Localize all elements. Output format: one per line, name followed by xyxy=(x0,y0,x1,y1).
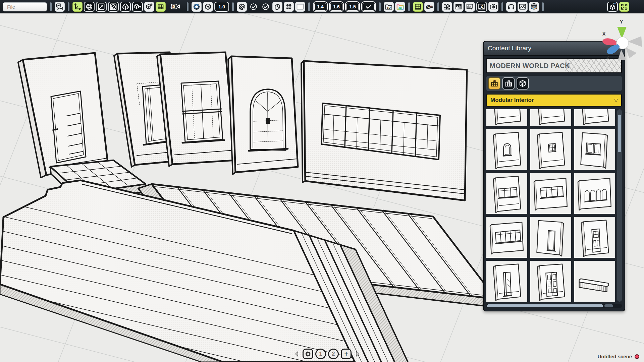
toolbar-separator xyxy=(308,2,310,11)
gizmo-z-axis[interactable] xyxy=(607,44,620,54)
web-button[interactable]: www xyxy=(529,2,539,12)
library-tab-props[interactable] xyxy=(517,77,529,89)
render-export-button[interactable] xyxy=(55,2,65,12)
wall-thumbnail xyxy=(574,109,615,126)
grid-window-wall[interactable] xyxy=(157,52,235,166)
graph-cursor-button[interactable] xyxy=(465,2,475,12)
library-item-arch-window[interactable] xyxy=(486,129,527,170)
param-14-button[interactable]: 1.4 xyxy=(313,1,328,12)
globe-toggle[interactable] xyxy=(84,2,95,12)
panel-door-thumbnail xyxy=(574,217,615,258)
solid-check-toggle[interactable] xyxy=(260,2,271,12)
library-tab-buildings[interactable] xyxy=(502,77,515,89)
fit-view-toggle[interactable] xyxy=(619,2,629,12)
panel-title: Content Library xyxy=(488,45,531,52)
sphere-hatch-icon xyxy=(238,3,246,11)
railing-thumbnail xyxy=(574,261,615,302)
page-1-button[interactable]: 1 xyxy=(315,349,326,359)
dither-button[interactable] xyxy=(442,2,452,12)
param-16-button[interactable]: 1.6 xyxy=(329,1,344,12)
library-item-small-window[interactable] xyxy=(530,129,571,170)
wide-window-wall[interactable] xyxy=(301,61,467,200)
library-item-door-frame[interactable] xyxy=(530,217,571,258)
rotate-cube-toggle[interactable] xyxy=(120,2,131,12)
pivot-cube-button[interactable] xyxy=(144,2,154,12)
gizmo-neg-z-axis[interactable] xyxy=(626,48,637,58)
histogram-icon xyxy=(454,3,463,11)
gizmo-neg-y-axis[interactable] xyxy=(618,50,626,60)
camera-fov-button[interactable]: 40 xyxy=(167,2,184,12)
gizmo-y-label: Y xyxy=(620,19,623,24)
library-item-triple-window[interactable] xyxy=(486,173,527,214)
material-sphere-button[interactable] xyxy=(237,2,247,12)
library-item-wide-window[interactable] xyxy=(530,173,571,214)
scale-arrow-icon xyxy=(97,3,105,11)
globe-icon xyxy=(85,3,93,11)
gizmo-x-axis[interactable] xyxy=(602,38,617,45)
headphones-icon xyxy=(507,3,515,11)
library-item-wall[interactable] xyxy=(574,109,615,126)
library-tabs: 3D xyxy=(486,76,622,91)
scale-value-button[interactable]: 1.0 xyxy=(214,2,229,12)
move-cube-toggle[interactable] xyxy=(132,2,143,12)
next-page-button[interactable] xyxy=(354,349,360,359)
content-shelf-toggle[interactable] xyxy=(413,2,423,12)
color-swatch-button[interactable] xyxy=(295,2,305,12)
category-dropdown[interactable]: Modular Interior ▽ xyxy=(486,94,622,107)
dither-icon xyxy=(443,3,451,11)
library-item-door[interactable] xyxy=(486,261,527,302)
horizontal-scrollbar-thumb[interactable] xyxy=(487,304,603,307)
extrude-button[interactable] xyxy=(272,2,282,12)
param-15-button[interactable]: 1.5 xyxy=(345,1,360,12)
image-button[interactable] xyxy=(518,2,528,12)
audio-button[interactable] xyxy=(506,2,516,12)
library-3d-button[interactable]: 3D xyxy=(384,2,394,12)
graph-cursor-icon xyxy=(466,3,474,11)
content-library-panel: Content Library MODERN WORLD PACK 3D Mod… xyxy=(483,41,625,311)
library-item-panel-door[interactable] xyxy=(574,217,615,258)
snapshot-button[interactable] xyxy=(488,2,498,12)
library-item-arcade[interactable] xyxy=(574,173,615,214)
volume-cube-button[interactable] xyxy=(203,2,213,12)
unit-scale-button[interactable]: 1.0 xyxy=(424,2,434,12)
scale-tool-toggle[interactable] xyxy=(96,2,107,12)
wall-thumbnail xyxy=(486,109,527,126)
toolbar-separator xyxy=(68,2,69,11)
library-item-wall[interactable] xyxy=(530,109,571,126)
library-item-double-door[interactable] xyxy=(530,261,571,302)
library-3d-packs-button[interactable]: 3D xyxy=(395,2,405,12)
library-item-railing[interactable] xyxy=(574,261,615,302)
small-window-thumbnail xyxy=(530,129,571,170)
dashed-check-toggle[interactable] xyxy=(248,2,259,12)
gizmo-neg-x-axis[interactable] xyxy=(628,36,642,47)
library-item-five-window[interactable] xyxy=(486,217,527,258)
horizontal-scrollbar-nub[interactable] xyxy=(604,304,613,307)
grid-toggle[interactable] xyxy=(156,2,166,12)
double-window-thumbnail xyxy=(574,129,615,170)
toolbar-separator xyxy=(542,2,544,11)
add-page-button[interactable]: + xyxy=(341,349,352,359)
axes-toggle[interactable] xyxy=(72,2,83,12)
vertical-scrollbar[interactable] xyxy=(617,109,622,302)
library-tab-models[interactable]: 3D xyxy=(488,77,500,89)
folder3d-icon xyxy=(385,3,393,11)
vertical-scrollbar-thumb[interactable] xyxy=(618,115,621,152)
confirm-toggle[interactable] xyxy=(361,1,376,12)
orientation-gizmo[interactable]: Y X Z xyxy=(598,17,644,68)
page-2-button[interactable]: 2 xyxy=(328,349,339,359)
histogram-button[interactable] xyxy=(453,2,464,12)
prev-page-button[interactable] xyxy=(294,349,301,359)
horizontal-scrollbar[interactable] xyxy=(486,304,622,308)
cube-arrows-icon xyxy=(121,3,129,11)
focus-button[interactable] xyxy=(192,2,202,12)
library-item-double-window[interactable] xyxy=(574,129,615,170)
film-layer-button[interactable]: 2 xyxy=(476,2,487,12)
settings-button[interactable] xyxy=(303,349,313,359)
library-item-wall[interactable] xyxy=(486,109,527,126)
shelf-3d-icon xyxy=(490,79,499,88)
snap-region-toggle[interactable] xyxy=(108,2,119,12)
file-menu[interactable]: File xyxy=(3,2,47,11)
arched-window-wall[interactable] xyxy=(228,56,298,174)
instances-button[interactable] xyxy=(284,2,294,12)
numbered-cube-button[interactable]: 123 xyxy=(607,2,618,12)
